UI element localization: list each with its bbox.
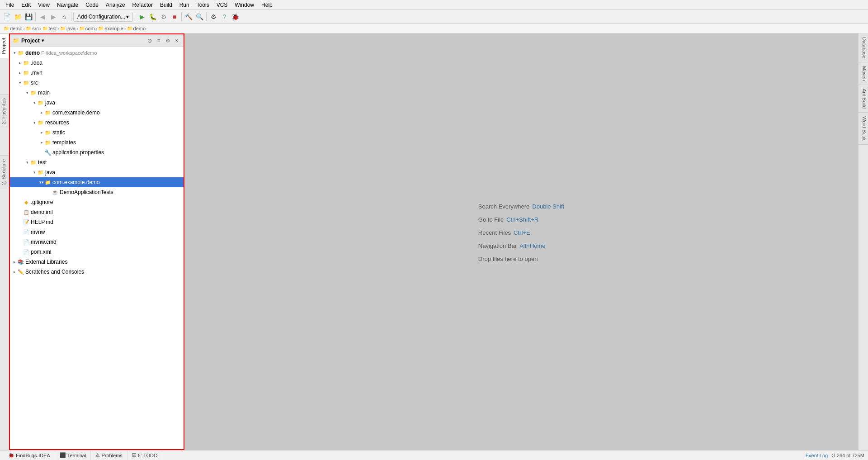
project-tab[interactable]: Project — [0, 33, 9, 58]
tree-item-resources[interactable]: 📁 resources — [10, 118, 184, 128]
stop-btn[interactable]: ■ — [170, 12, 179, 22]
save-btn[interactable]: 💾 — [24, 12, 33, 22]
tree-item-help-md[interactable]: 📝 HELP.md — [10, 217, 184, 227]
toolbar: 📄 📁 💾 ◀ ▶ ⌂ Add Configuration... ▾ ▶ 🐛 ⚙… — [0, 10, 868, 24]
menu-view[interactable]: View — [34, 0, 53, 9]
breadcrumb-item-example[interactable]: 📁 example — [98, 26, 123, 31]
tree-item-com-example-demo[interactable]: 📁 com.example.demo — [10, 108, 184, 118]
problems-label: Problems — [101, 453, 122, 458]
tree-item-static[interactable]: 📁 static — [10, 128, 184, 138]
right-tab-database[interactable]: Database — [859, 33, 868, 62]
right-tab-word-book[interactable]: Word Book — [859, 113, 868, 145]
properties-icon: 🔧 — [44, 149, 52, 156]
settings-btn[interactable]: ⚙ — [208, 12, 218, 22]
menu-edit[interactable]: Edit — [18, 0, 34, 9]
menu-run[interactable]: Run — [176, 0, 193, 9]
close-panel-btn[interactable]: × — [173, 37, 181, 45]
file-icon: 📄 — [23, 238, 30, 246]
tree-item-demo-app-tests[interactable]: ☕ DemoApplicationTests — [10, 187, 184, 197]
nav-bar-label: Navigation Bar — [478, 242, 517, 249]
search-btn[interactable]: 🔍 — [194, 12, 204, 22]
hint-area: Search Everywhere Double Shift Go to Fil… — [478, 203, 564, 262]
run-btn[interactable]: ▶ — [137, 12, 147, 22]
search-everywhere-label: Search Everywhere — [478, 203, 529, 210]
forward-btn[interactable]: ▶ — [48, 12, 58, 22]
menu-file[interactable]: File — [2, 0, 18, 9]
hint-recent-files: Recent Files Ctrl+E — [478, 229, 564, 236]
tree-item-mvn[interactable]: 📁 .mvn — [10, 68, 184, 78]
tree-item-demo-root[interactable]: 📁 demo F:\idea_workspace\demo — [10, 48, 184, 58]
findbugs-btn[interactable]: 🐞 — [230, 12, 240, 22]
run-with-coverage-btn[interactable]: ⚙ — [159, 12, 169, 22]
tree-item-test[interactable]: 📁 test — [10, 157, 184, 167]
goto-file-shortcut[interactable]: Ctrl+Shift+R — [506, 216, 538, 223]
add-config-button[interactable]: Add Configuration... ▾ — [73, 12, 133, 22]
right-tab-maven[interactable]: Maven — [859, 62, 868, 85]
tree-item-gitignore[interactable]: ◆ .gitignore — [10, 197, 184, 207]
add-config-arrow: ▾ — [126, 14, 129, 20]
leaf-spacer — [17, 199, 23, 205]
help-btn[interactable]: ? — [219, 12, 229, 22]
bottom-tab-problems[interactable]: ⚠ Problems — [91, 451, 127, 460]
tree-item-test-java[interactable]: 📁 java — [10, 167, 184, 177]
tree-item-demo-iml[interactable]: 📋 demo.iml — [10, 207, 184, 217]
tree-item-scratches[interactable]: ✏️ Scratches and Consoles — [10, 267, 184, 277]
breadcrumb-item-src[interactable]: 📁 src — [26, 26, 39, 31]
content-area: Search Everywhere Double Shift Go to Fil… — [184, 33, 858, 450]
locate-btn[interactable]: ⊙ — [146, 37, 154, 45]
tree-item-pom-xml[interactable]: 📄 pom.xml — [10, 247, 184, 257]
breadcrumb-item-demo2[interactable]: 📁 demo — [127, 26, 146, 31]
tree-item-main[interactable]: 📁 main — [10, 88, 184, 98]
nav-bar-shortcut[interactable]: Alt+Home — [519, 242, 545, 249]
folder-icon: 📁 — [23, 59, 30, 66]
breadcrumb-item-com[interactable]: 📁 com — [79, 26, 95, 31]
menu-code[interactable]: Code — [82, 0, 102, 9]
home-btn[interactable]: ⌂ — [59, 12, 69, 22]
bottom-tab-terminal[interactable]: ⬛ Terminal — [55, 451, 91, 460]
memory-indicator[interactable]: G 264 of 725M — [831, 453, 864, 458]
breadcrumb-item-test[interactable]: 📁 test — [42, 26, 57, 31]
bottom-right-info: Event Log G 264 of 725M — [806, 453, 864, 458]
tree-item-external-libs[interactable]: 📚 External Libraries — [10, 257, 184, 267]
menu-tools[interactable]: Tools — [193, 0, 213, 9]
drop-files-label: Drop files here to open — [478, 256, 538, 262]
menu-navigate[interactable]: Navigate — [53, 0, 82, 9]
bottom-tab-todo[interactable]: ☑ 6: TODO — [127, 451, 163, 460]
ant-btn[interactable]: 🔨 — [184, 12, 193, 22]
menu-vcs[interactable]: VCS — [213, 0, 231, 9]
tree-item-idea[interactable]: 📁 .idea — [10, 58, 184, 68]
menu-build[interactable]: Build — [156, 0, 176, 9]
tree-item-mvnw[interactable]: 📄 mvnw — [10, 227, 184, 237]
terminal-icon: ⬛ — [60, 452, 66, 458]
tree-item-application-properties[interactable]: 🔧 application.properties — [10, 147, 184, 157]
settings-gear-btn[interactable]: ⚙ — [164, 37, 172, 45]
menu-help[interactable]: Help — [258, 0, 276, 9]
project-dropdown-arrow[interactable]: ▾ — [42, 38, 44, 43]
breadcrumb-item-java[interactable]: 📁 java — [60, 26, 75, 31]
bottom-tab-findbugs[interactable]: 🐞 FindBugs-IDEA — [4, 451, 55, 460]
menu-window[interactable]: Window — [231, 0, 258, 9]
breadcrumb-item-demo[interactable]: 📁 demo — [4, 26, 23, 31]
new-file-btn[interactable]: 📄 — [2, 12, 12, 22]
leaf-spacer — [39, 150, 44, 155]
tree-item-src[interactable]: 📁 src — [10, 78, 184, 88]
right-tab-ant-build[interactable]: Ant Build — [859, 85, 868, 113]
open-btn[interactable]: 📁 — [13, 12, 23, 22]
file-icon: 📄 — [23, 228, 30, 236]
menu-refactor[interactable]: Refactor — [129, 0, 156, 9]
event-log-link[interactable]: Event Log — [806, 453, 828, 458]
leaf-spacer — [17, 229, 23, 235]
search-everywhere-shortcut[interactable]: Double Shift — [532, 203, 564, 210]
back-btn[interactable]: ◀ — [38, 12, 47, 22]
structure-tab[interactable]: 2: Structure — [0, 155, 9, 189]
recent-files-shortcut[interactable]: Ctrl+E — [514, 229, 530, 236]
menu-analyze[interactable]: Analyze — [102, 0, 129, 9]
tree-item-mvnw-cmd[interactable]: 📄 mvnw.cmd — [10, 237, 184, 247]
tree-item-main-java[interactable]: 📁 java — [10, 98, 184, 108]
tree-item-templates[interactable]: 📁 templates — [10, 138, 184, 147]
debug-btn[interactable]: 🐛 — [148, 12, 158, 22]
collapse-btn[interactable]: ≡ — [155, 37, 163, 45]
folder-icon: 📁 — [30, 89, 37, 96]
favorites-tab[interactable]: 2: Favorites — [0, 94, 9, 128]
tree-item-test-com-example-demo[interactable]: ▾ 📁 com.example.demo — [10, 177, 184, 187]
